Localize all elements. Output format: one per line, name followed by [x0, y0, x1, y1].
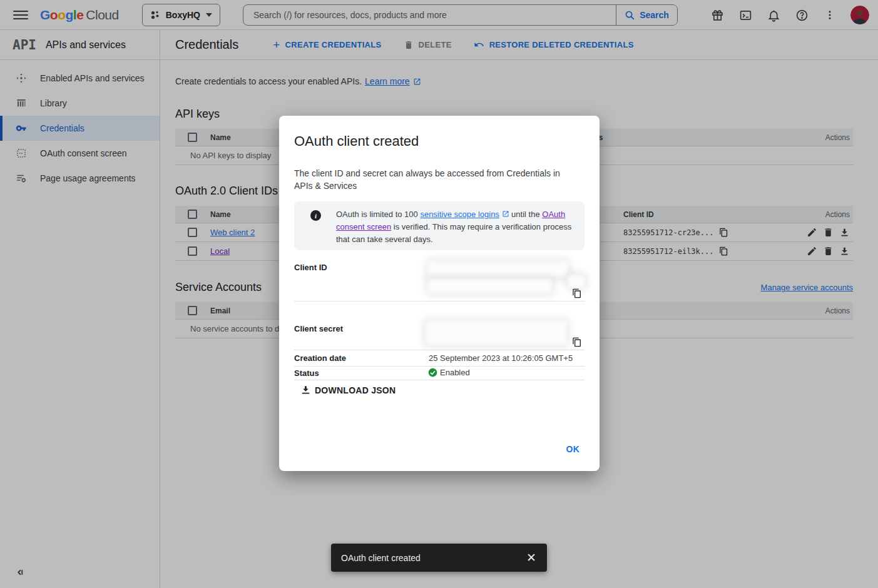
dialog-subtitle: The client ID and secret can always be a… — [294, 167, 573, 192]
download-json-button[interactable]: DOWNLOAD JSON — [300, 385, 396, 395]
client-secret-label: Client secret — [294, 324, 343, 333]
notice-text: OAuth is limited to 100 — [336, 210, 420, 219]
creation-date-value: 25 September 2023 at 10:26:05 GMT+5 — [429, 353, 573, 363]
external-link-icon — [502, 210, 509, 218]
sensitive-scope-logins-link[interactable]: sensitive scope logins — [420, 210, 499, 219]
verification-notice: i OAuth is limited to 100 sensitive scop… — [294, 201, 584, 250]
dialog-title: OAuth client created — [294, 133, 419, 150]
client-secret-redacted-value — [426, 321, 567, 345]
ok-button[interactable]: OK — [561, 440, 585, 458]
info-icon: i — [310, 210, 321, 221]
close-icon[interactable]: ✕ — [522, 549, 541, 567]
status-check-icon — [428, 368, 437, 377]
snackbar-message: OAuth client created — [341, 553, 421, 563]
oauth-client-created-dialog: OAuth client created The client ID and s… — [279, 116, 600, 471]
copy-client-id-icon[interactable] — [572, 288, 582, 298]
creation-date-label: Creation date — [294, 353, 346, 363]
download-json-label: DOWNLOAD JSON — [315, 385, 396, 395]
client-id-redacted-value — [428, 261, 568, 277]
client-id-redacted-value — [428, 279, 552, 293]
snackbar: OAuth client created ✕ — [331, 544, 547, 572]
status-value: Enabled — [440, 368, 470, 377]
copy-client-secret-icon[interactable] — [572, 337, 582, 347]
notice-text: until the — [509, 210, 543, 219]
client-id-redacted-value — [568, 275, 584, 288]
client-id-label: Client ID — [294, 263, 327, 272]
download-icon — [300, 385, 311, 395]
status-label: Status — [294, 368, 319, 378]
